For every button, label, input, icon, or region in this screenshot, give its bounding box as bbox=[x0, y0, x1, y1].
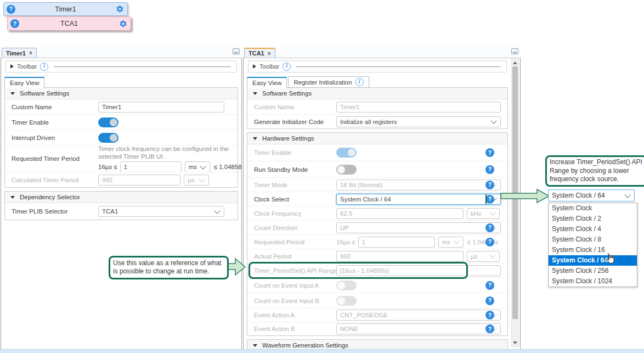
event-action-a-select: CNT_POSEDGE bbox=[336, 310, 501, 321]
gear-icon[interactable] bbox=[116, 5, 124, 13]
interrupt-driven-toggle[interactable] bbox=[98, 133, 118, 143]
clock-dropdown-closed[interactable]: System Clock / 64 bbox=[548, 189, 635, 201]
minimize-icon[interactable] bbox=[233, 48, 240, 54]
section-header[interactable]: Software Settings bbox=[247, 88, 507, 99]
help-icon[interactable]: ? bbox=[485, 324, 494, 333]
tab-timer1[interactable]: Timer1 × bbox=[2, 48, 37, 58]
dropdown-option[interactable]: System Clock / 256 bbox=[549, 266, 637, 276]
minimize-icon[interactable] bbox=[511, 48, 518, 54]
section-header[interactable]: Software Settings bbox=[5, 88, 238, 99]
expand-arrow-icon[interactable] bbox=[10, 64, 14, 69]
event-action-a-row: Event Action A CNT_POSEDGE ? bbox=[247, 308, 507, 322]
tab-easy-view-label: Easy View bbox=[10, 80, 39, 86]
tca1-toolbar[interactable]: Toolbar i bbox=[248, 60, 507, 72]
tab-register-initialization[interactable]: Register Initialization i bbox=[288, 76, 369, 88]
field-label: Count on Event Input B bbox=[254, 298, 336, 304]
divider bbox=[54, 66, 231, 67]
requested-period-input[interactable]: 1 bbox=[120, 161, 182, 172]
timer-enable-toggle[interactable] bbox=[98, 117, 118, 127]
info-icon[interactable]: i bbox=[355, 78, 364, 86]
help-icon[interactable]: ? bbox=[10, 19, 19, 28]
requested-timer-period-row: Requested Timer Period Timer clock frequ… bbox=[5, 145, 238, 172]
timer1-view-tabs: Easy View bbox=[4, 76, 241, 88]
run-standby-toggle[interactable] bbox=[336, 165, 357, 175]
help-icon[interactable]: ? bbox=[485, 281, 494, 290]
help-icon[interactable]: ? bbox=[485, 238, 494, 246]
hardware-settings-section: Hardware Settings Timer Enable ? Run Sta… bbox=[247, 132, 508, 336]
expand-arrow-icon[interactable] bbox=[253, 64, 256, 69]
vertical-scrollbar[interactable] bbox=[511, 59, 519, 347]
tab-easy-view[interactable]: Easy View bbox=[4, 77, 44, 88]
help-icon[interactable]: ? bbox=[485, 181, 494, 189]
help-icon[interactable]: ? bbox=[7, 5, 15, 14]
field-label: Event Action B bbox=[254, 326, 336, 332]
dropdown-option[interactable]: System Clock / 2 bbox=[549, 214, 637, 224]
calculated-period-input: 992 bbox=[98, 175, 180, 186]
help-icon[interactable]: ? bbox=[485, 148, 494, 157]
section-title: Hardware Settings bbox=[262, 135, 314, 142]
scrollbar-thumb[interactable] bbox=[512, 66, 518, 319]
info-icon[interactable]: i bbox=[283, 63, 291, 71]
gear-icon[interactable] bbox=[119, 20, 127, 28]
toolbar-label: Toolbar bbox=[17, 63, 37, 70]
clock-frequency-input: 62.5 bbox=[336, 208, 464, 219]
help-icon[interactable]: ? bbox=[485, 195, 494, 204]
timer-plib-select[interactable]: TCA1 bbox=[98, 206, 224, 217]
dropdown-option[interactable]: System Clock / 1024 bbox=[549, 276, 637, 287]
field-label: Count Direction bbox=[254, 225, 336, 231]
timer1-panel: Timer1 × Toolbar i Easy View Software Se bbox=[1, 46, 242, 350]
help-icon[interactable]: ? bbox=[485, 165, 494, 174]
dropdown-option-selected[interactable]: System Clock / 64 bbox=[549, 255, 637, 266]
chevron-down-icon bbox=[624, 192, 630, 198]
count-event-a-row: Count on Event Input A ? bbox=[247, 277, 507, 293]
field-label: Clock Select bbox=[254, 196, 336, 203]
timer-plib-selector-row: Timer PLIB Selector TCA1 bbox=[5, 203, 238, 220]
help-icon[interactable]: ? bbox=[485, 296, 494, 305]
tca1-panel-body: Toolbar i Easy View Register Initializat… bbox=[243, 58, 521, 350]
custom-name-input[interactable]: Timer1 bbox=[98, 102, 224, 113]
scroll-up-icon[interactable] bbox=[513, 61, 517, 64]
chevron-down-icon bbox=[489, 252, 495, 258]
close-icon[interactable]: × bbox=[268, 51, 271, 57]
collapse-arrow-icon[interactable] bbox=[253, 92, 257, 95]
generate-initializer-select[interactable]: Initialize all registers bbox=[336, 116, 501, 127]
help-icon[interactable]: ? bbox=[485, 223, 494, 232]
tca1-node-block[interactable]: ? TCA1 bbox=[7, 16, 131, 31]
section-header[interactable]: Waveform Generation Settings bbox=[247, 340, 507, 350]
tab-tca1[interactable]: TCA1 × bbox=[244, 48, 275, 58]
divider bbox=[296, 66, 501, 67]
clock-callout-note: Increase Timer_PeriodSet() API Range by … bbox=[545, 155, 644, 187]
dropdown-option[interactable]: System Clock bbox=[549, 203, 637, 214]
count-event-b-row: Count on Event Input B ? bbox=[247, 293, 507, 308]
collapse-arrow-icon[interactable] bbox=[253, 137, 257, 140]
requested-period-group: Timer clock frequency can be configured … bbox=[98, 145, 242, 173]
section-header[interactable]: Hardware Settings bbox=[247, 133, 507, 144]
collapse-arrow-icon[interactable] bbox=[10, 92, 15, 95]
section-header[interactable]: Dependency Selector bbox=[5, 192, 238, 203]
dropdown-option[interactable]: System Clock / 8 bbox=[549, 234, 637, 245]
field-label: Custom Name bbox=[254, 104, 336, 110]
info-icon[interactable]: i bbox=[40, 63, 48, 71]
event-action-b-select: NONE bbox=[336, 323, 501, 334]
dropdown-option[interactable]: System Clock / 16 bbox=[549, 245, 637, 255]
field-label: Event Action A bbox=[254, 312, 336, 318]
timer1-toolbar[interactable]: Toolbar i bbox=[5, 60, 237, 72]
field-label: Interrupt Driven bbox=[12, 135, 98, 141]
clock-dropdown-list: System Clock System Clock / 2 System Clo… bbox=[548, 203, 637, 287]
run-standby-row: Run Standby Mode ? bbox=[247, 161, 507, 177]
calculated-unit-value: µs bbox=[188, 177, 194, 183]
close-icon[interactable]: × bbox=[29, 50, 32, 56]
help-icon[interactable]: ? bbox=[485, 311, 494, 320]
tca1-node-label: TCA1 bbox=[19, 20, 119, 27]
tab-easy-view[interactable]: Easy View bbox=[247, 77, 287, 88]
collapse-arrow-icon[interactable] bbox=[253, 344, 257, 347]
period-max-text: ≤ 1.04858s bbox=[214, 164, 242, 170]
count-direction-select: UP bbox=[336, 222, 501, 233]
count-direction-row: Count Direction UP ? bbox=[247, 220, 507, 234]
scroll-down-icon[interactable] bbox=[513, 341, 517, 344]
clock-select-select[interactable]: System Clock / 64 bbox=[336, 194, 501, 205]
dropdown-option[interactable]: System Clock / 4 bbox=[549, 224, 637, 234]
timer1-node-block[interactable]: ? Timer1 bbox=[3, 2, 128, 16]
period-unit-select[interactable]: ms bbox=[185, 161, 210, 172]
collapse-arrow-icon[interactable] bbox=[10, 196, 15, 199]
